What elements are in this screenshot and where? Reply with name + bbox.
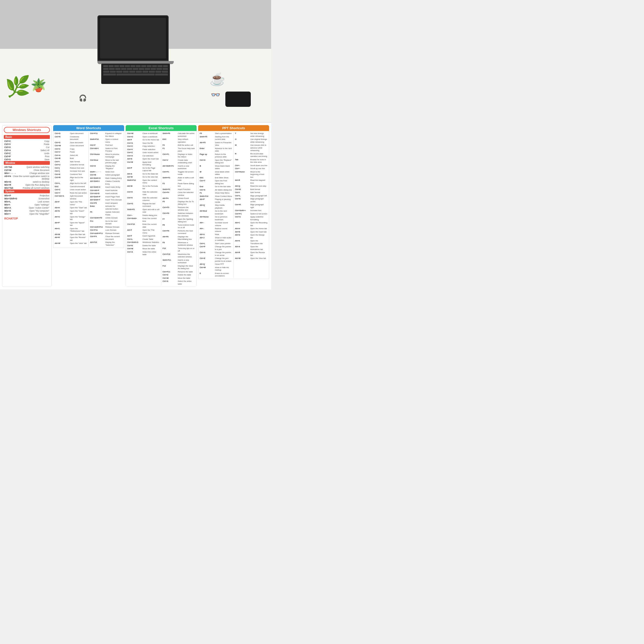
windows-shortcut-row: Win+ROpen the Run dialog box bbox=[4, 183, 50, 186]
shortcut-key: Alt+Shift+I bbox=[90, 180, 105, 185]
shortcut-key: Ctrl+M bbox=[90, 174, 105, 177]
shortcut-desc: Open the "Design" tab bbox=[70, 216, 87, 221]
shortcut-row: Ctrl+BBold bbox=[54, 157, 87, 160]
earbuds-icon: 🎧 bbox=[79, 94, 87, 102]
shortcut-row: Alt+ROpen the Review tab bbox=[235, 251, 268, 257]
shortcut-key: Ctrl+Shift+> bbox=[235, 209, 250, 212]
shortcut-row: Ctrl+HomeMove to preview homepage bbox=[90, 153, 123, 159]
shortcut-row: Ctrl+EChange the pen pointer to an erase… bbox=[199, 257, 232, 263]
windows-shortcut-row: Ctrl+ZUndo bbox=[4, 152, 50, 155]
windows-shortcut-row: Ctrl+CCopy bbox=[4, 140, 50, 143]
shortcut-desc: Hide the selected columns bbox=[142, 197, 160, 202]
shortcut-row: Alt+↑Increase sound volume bbox=[199, 221, 232, 227]
shortcut-desc: Displays or hides the ribbon bbox=[178, 153, 195, 158]
windows-shortcut-row: Win+Shift+DScreenshot bbox=[4, 197, 50, 200]
shortcut-key: Win+L bbox=[4, 200, 11, 203]
ppt-col1: F5Start a presentationShift+F5Starting f… bbox=[199, 132, 232, 278]
shortcut-desc: Mute bbox=[215, 233, 219, 236]
shortcut-key: Alt+Q bbox=[235, 185, 250, 188]
windows-shortcut-row: Ctrl+VPaste bbox=[4, 143, 50, 146]
shortcut-desc: Paste bbox=[44, 143, 49, 145]
shortcut-desc: Open a workbook bbox=[142, 136, 157, 138]
shortcut-desc: Displays the Go To dialog box bbox=[178, 200, 195, 206]
shortcut-desc: Stop media playback bbox=[215, 204, 232, 209]
shortcut-row: Alt+Shift+XInsert Index Entry bbox=[90, 186, 123, 189]
shortcut-row: Alt+MGo to the Formula tab bbox=[127, 185, 160, 191]
shortcut-row: Ctrl+VPaste selection bbox=[127, 148, 160, 151]
ppt-col-divider bbox=[233, 132, 234, 278]
shortcut-desc: Release Domain bbox=[105, 226, 119, 229]
shortcut-key: Ctrl+U bbox=[235, 216, 250, 221]
shortcut-key: F7 bbox=[163, 218, 178, 223]
shortcut-key: Alt+P bbox=[55, 222, 70, 227]
shortcut-desc: Increase font size bbox=[70, 170, 85, 173]
shortcut-key: Alt+F4 bbox=[4, 175, 11, 180]
shortcut-desc: Go to the Page Layout tab bbox=[142, 167, 160, 172]
windows-shortcut-row: Win+LLock screen bbox=[4, 200, 50, 203]
shortcut-desc: Copy selection bbox=[142, 145, 155, 148]
shortcut-key: End bbox=[200, 185, 215, 188]
shortcut-row: F5Start a presentation bbox=[199, 132, 232, 135]
shortcut-key: Ctrl+V bbox=[4, 143, 11, 145]
shortcut-row: Ctrl+F1Toggles full screen mode bbox=[162, 170, 195, 176]
shortcut-desc: Insert endnote bbox=[105, 192, 118, 195]
shortcut-row: Ctrl+FFind text bbox=[90, 144, 123, 147]
shortcut-desc: Edit the active cell bbox=[178, 144, 193, 147]
shortcut-desc: switch to desktop bbox=[33, 181, 49, 183]
shortcut-desc: Cancel/command bbox=[70, 185, 85, 188]
shortcut-key: Alt+F bbox=[55, 201, 70, 206]
shortcut-key: Alt+End bbox=[200, 210, 215, 215]
shortcut-desc: Cut bbox=[46, 146, 49, 149]
shortcut-row: Alt+F8Displays the Macrodialog box bbox=[162, 235, 195, 241]
shortcut-desc: Go to the Data tab bbox=[142, 173, 158, 175]
shortcut-desc: Show Context Menu bbox=[215, 195, 232, 198]
shortcut-row: EErase on-screen annotations bbox=[199, 272, 232, 278]
shortcut-row: Ctrl+LCreate Table bbox=[127, 238, 160, 241]
shortcut-desc: Insert Time Domain bbox=[105, 199, 122, 201]
shortcut-row: Ctrl+↓Scroll down one line bbox=[235, 164, 268, 167]
shortcut-key: Alt+R bbox=[235, 251, 250, 257]
shortcut-key: Ctrl+Z bbox=[4, 152, 11, 155]
shortcut-row: F7Open the Spelling dialog box bbox=[162, 218, 195, 224]
phone-device bbox=[225, 92, 251, 107]
shortcut-key: Shift+F3 bbox=[163, 188, 178, 191]
shortcut-key: Alt+F bbox=[127, 235, 142, 238]
shortcut-row: Alt+FOpen the "File menu" bbox=[54, 200, 87, 206]
shortcut-row: Ctrl+OOpen a workbook bbox=[127, 135, 160, 139]
shortcut-desc: Open and edit a cell note bbox=[142, 208, 160, 214]
shortcut-key: F3 bbox=[163, 182, 178, 188]
shortcut-row: Ctrl+Mshow or hide ink markup bbox=[199, 266, 232, 272]
shortcut-row: EnterAdvance to the next slide bbox=[199, 147, 232, 153]
shortcut-key: Ctrl+F4 bbox=[90, 235, 105, 241]
shortcut-row: Alt+GOpen the Design tab bbox=[235, 233, 268, 239]
shortcut-desc: Use original timings while rehearsing bbox=[250, 138, 268, 143]
shortcut-row: Ctrl+F4Close the current document bbox=[90, 235, 123, 241]
shortcut-desc: Open the Animations tab bbox=[250, 245, 268, 251]
shortcut-row: Alt+ROpen the "Review" tab bbox=[54, 236, 87, 242]
shortcut-key: Alt+F4 bbox=[163, 197, 178, 200]
shortcut-desc: Release Domain bbox=[105, 232, 119, 235]
shortcut-key: T bbox=[235, 132, 250, 138]
shortcut-row: Ctrl+UApply underline formatting bbox=[235, 215, 268, 221]
shortcut-row: Ctrl+–Delete dialog box bbox=[127, 214, 160, 217]
shortcut-desc: Save document bbox=[70, 141, 83, 144]
shortcut-key: Ctrl+X bbox=[127, 155, 142, 157]
laptop-screen bbox=[97, 15, 169, 61]
shortcut-key: F2 bbox=[163, 144, 178, 147]
shortcut-desc: Indent paragraph bbox=[105, 174, 120, 177]
shortcut-desc: Adds or edits a cell note bbox=[178, 177, 195, 182]
shortcut-desc: Closes Excel bbox=[178, 197, 189, 200]
shortcut-row: Ctrl+shift+F11Release Domain bbox=[90, 226, 123, 229]
shortcut-key: F1 bbox=[163, 147, 178, 153]
shortcut-desc: Copy bbox=[70, 148, 75, 151]
word-col1: Ctrl+DOpen documentCtrl+NCreatenew docum… bbox=[54, 132, 87, 247]
shortcut-desc: Bold bbox=[70, 157, 74, 160]
shortcut-row: Ctrl+SSave the file bbox=[127, 142, 160, 145]
shortcut-key: Alt+G bbox=[55, 216, 70, 221]
shortcut-row: Ctrl+BBold format bbox=[235, 188, 268, 191]
shortcut-desc: Hide the selected rows bbox=[142, 191, 160, 196]
shortcut-key: Win++ bbox=[4, 213, 11, 215]
shortcut-key: Ctrl+M bbox=[200, 266, 215, 272]
shortcut-key: Ctrl+F1 bbox=[163, 153, 178, 158]
shortcut-desc: Move to preview homepage bbox=[105, 153, 123, 158]
